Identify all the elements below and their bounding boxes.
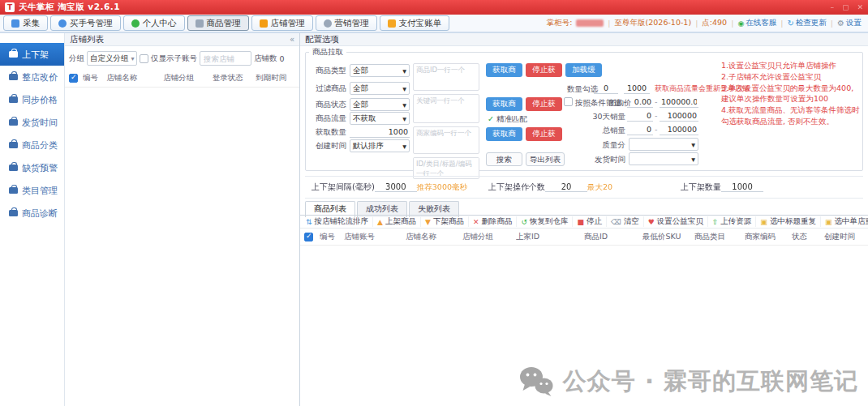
watermark-text: 公众号 · 霖哥的互联网笔记 xyxy=(563,365,858,398)
group-label: 分组 xyxy=(69,53,84,64)
fetch-products-button-1[interactable]: 获取商品 xyxy=(486,63,522,77)
product-type-select[interactable]: 全部▾ xyxy=(350,64,410,77)
interval-label: 上下架间隔(毫秒) xyxy=(312,182,375,193)
store-search-input[interactable] xyxy=(200,51,251,66)
toolbar-upload-resource[interactable]: ⇧上传资源 xyxy=(708,216,757,227)
toolbar-clear[interactable]: ⌫清空 xyxy=(607,216,644,227)
note-line: 3.单次设置公益宝贝的最大数量为400, 建议单次操作数量可设置为100 xyxy=(721,83,861,105)
menu-tab-personal-center[interactable]: 个人中心 xyxy=(123,15,185,31)
export-list-button[interactable]: 导出列表 xyxy=(526,152,565,166)
toolbar-sort-by-shop[interactable]: ⇅按店铺轮流排序 xyxy=(302,216,373,227)
product-traffic-select[interactable]: 不获取▾ xyxy=(350,112,410,125)
buyer-icon xyxy=(58,19,67,28)
toolbar-select-duplicate-shop[interactable]: ▣选中单店重复 xyxy=(821,216,868,227)
fetch-products-button-3[interactable]: 获取商品 xyxy=(486,127,522,141)
store-count-label: 店铺数 xyxy=(254,53,277,64)
settings-link[interactable]: ⚙设置 xyxy=(837,18,862,28)
stop-fetch-button-1[interactable]: 停止获取 xyxy=(526,63,562,77)
condition-filter-checkbox[interactable] xyxy=(564,97,573,106)
briefcase-icon xyxy=(9,142,18,148)
app-title: 天牛掌柜 淘宝版 v2.6.1 xyxy=(19,2,120,13)
sidebar-item-label: 商品分类 xyxy=(22,139,58,152)
online-service-link[interactable]: ◉在线客服 xyxy=(737,18,776,28)
filter-products-select[interactable]: 全部▾ xyxy=(350,82,410,95)
sidebar-item-category-management[interactable]: 类目管理 xyxy=(0,179,64,202)
menu-tab-buyer-accounts[interactable]: 买手号管理 xyxy=(50,15,121,31)
sales-30d-to-input[interactable] xyxy=(660,109,698,122)
chevron-down-icon: ▾ xyxy=(691,155,695,164)
account-id-label: 掌柜号: xyxy=(547,18,573,28)
price-to-input[interactable] xyxy=(660,96,698,108)
note-line: 2.子店铺不允许设置公益宝贝 xyxy=(721,71,861,83)
sort-order-select[interactable]: 默认排序▾ xyxy=(350,139,410,152)
col-store-name: 店铺名称 xyxy=(406,232,462,242)
charity-notes: 1.设置公益宝贝只允许单店铺操作 2.子店铺不允许设置公益宝贝 3.单次设置公益… xyxy=(721,60,861,127)
filter-products-label: 过滤商品 xyxy=(307,82,346,95)
online-service-label: 在线客服 xyxy=(746,18,776,28)
left-sidebar: 上下架 整店改价 同步价格 发货时间 商品分类 缺货预警 类目管理 商品诊断 xyxy=(0,33,65,406)
toolbar-delist-products[interactable]: ▼下架商品 xyxy=(421,216,469,227)
batch-size-input[interactable] xyxy=(545,182,587,192)
headset-icon: ◉ xyxy=(737,19,744,28)
keyword-textarea[interactable] xyxy=(413,94,479,123)
price-from-input[interactable] xyxy=(627,96,653,108)
select-all-stores-checkbox[interactable] xyxy=(69,74,78,83)
exact-match-checkbox[interactable]: ✓ 精准匹配 xyxy=(488,113,527,125)
total-sales-to-input[interactable] xyxy=(660,123,698,135)
sales-30d-from-input[interactable] xyxy=(627,109,653,122)
minimize-button[interactable]: – xyxy=(830,3,834,11)
sidebar-item-label: 缺货预警 xyxy=(22,162,58,174)
delete-icon: ✕ xyxy=(473,218,479,226)
close-button[interactable]: ✕ xyxy=(857,3,863,11)
interval-input[interactable] xyxy=(375,182,417,192)
delivery-time-select[interactable]: ▾ xyxy=(629,152,698,165)
title-bar: T 天牛掌柜 淘宝版 v2.6.1 – ▢ ✕ xyxy=(0,0,868,15)
sub-account-checkbox[interactable] xyxy=(140,54,148,63)
load-cache-button[interactable]: 加载缓存 xyxy=(565,63,602,77)
toolbar-delete-products[interactable]: ✕删除商品 xyxy=(469,216,518,227)
stop-fetch-button-2[interactable]: 停止获取 xyxy=(526,97,562,111)
fetch-count-input[interactable] xyxy=(350,126,410,138)
stop-fetch-button-3[interactable]: 停止获取 xyxy=(526,127,562,141)
col-create-time: 创建时间 xyxy=(824,232,863,242)
sidebar-item-stock-warning[interactable]: 缺货预警 xyxy=(0,156,64,179)
toolbar-restore-warehouse[interactable]: ↺恢复到仓库 xyxy=(517,216,573,227)
product-id-textarea[interactable] xyxy=(413,63,479,91)
collapse-panel-icon[interactable]: « xyxy=(290,35,294,44)
check-icon: ✓ xyxy=(488,114,494,123)
quality-score-select[interactable]: ▾ xyxy=(629,138,698,151)
check-update-link[interactable]: ↻检查更新 xyxy=(787,18,826,28)
sidebar-item-listing[interactable]: 上下架 xyxy=(0,43,64,66)
sidebar-item-product-category[interactable]: 商品分类 xyxy=(0,134,64,156)
menu-tab-label: 买手号管理 xyxy=(70,18,113,29)
total-sales-from-input[interactable] xyxy=(627,123,653,135)
toolbar-stop[interactable]: ■停止 xyxy=(573,216,607,227)
select-all-products-checkbox[interactable] xyxy=(304,233,313,241)
store-table-header: 编号 店铺名称 店铺分组 登录状态 到期时间 xyxy=(65,70,299,88)
sidebar-item-sync-price[interactable]: 同步价格 xyxy=(0,88,64,111)
menu-tab-shop-management[interactable]: 店铺管理 xyxy=(251,15,313,31)
toolbar-list-products[interactable]: ▲上架商品 xyxy=(373,216,421,227)
menu-tab-alipay-bills[interactable]: 支付宝账单 xyxy=(380,15,450,31)
sidebar-item-price-change[interactable]: 整店改价 xyxy=(0,66,64,88)
sidebar-item-delivery-time[interactable]: 发货时间 xyxy=(0,111,64,134)
account-id-redacted xyxy=(576,19,604,27)
search-button[interactable]: 搜索 xyxy=(486,152,522,166)
product-status-select[interactable]: 全部▾ xyxy=(350,98,410,111)
toolbar-select-duplicate-title[interactable]: ▣选中标题重复 xyxy=(756,216,821,227)
menu-tab-product-management[interactable]: 商品管理 xyxy=(187,15,249,31)
toolbar-set-charity-item[interactable]: ♥设置公益宝贝 xyxy=(644,216,708,227)
sidebar-item-product-diagnosis[interactable]: 商品诊断 xyxy=(0,202,64,224)
listing-count-input[interactable] xyxy=(721,182,763,192)
fetch-products-button-2[interactable]: 获取商品 xyxy=(486,97,522,111)
menu-tab-marketing[interactable]: 营销管理 xyxy=(316,15,377,31)
menu-tab-label: 采集 xyxy=(23,18,40,29)
points-label: 点:490 xyxy=(702,18,727,28)
menu-tab-collect[interactable]: 采集 xyxy=(3,15,48,31)
merchant-code-textarea[interactable] xyxy=(413,126,479,154)
store-panel-title: 店铺列表 xyxy=(70,34,104,45)
maximize-button[interactable]: ▢ xyxy=(842,3,849,11)
qty-to-input[interactable] xyxy=(624,82,650,94)
qty-from-input[interactable] xyxy=(594,82,618,94)
group-select[interactable]: 自定义分组▾ xyxy=(87,51,137,66)
